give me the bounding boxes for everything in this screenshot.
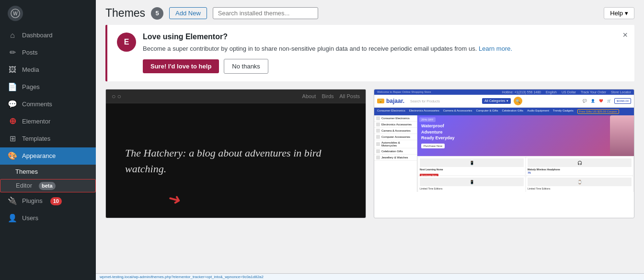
- comments-icon: 💬: [8, 100, 17, 109]
- banner-actions: Sure! I'd love to help No thanks: [143, 59, 625, 74]
- plugins-icon: 🔌: [8, 196, 17, 206]
- bajaar-category-btn: All Categories ▾: [482, 98, 511, 104]
- sidebar-item-label: Users: [22, 214, 38, 223]
- dashboard-icon: ⌂: [8, 31, 17, 40]
- sidebar-item-label: Media: [22, 66, 39, 74]
- add-new-button[interactable]: Add New: [169, 7, 207, 19]
- help-label: Help: [610, 10, 623, 17]
- appearance-icon: 🎨: [8, 151, 17, 161]
- media-icon: 🖼: [8, 65, 17, 75]
- banner-content: Love using Elementor? Become a super con…: [143, 33, 625, 74]
- bajaar-banner-title: WaterproofAdventureReady Everyday: [421, 123, 630, 141]
- sidebar-item-label: Plugins: [22, 197, 43, 205]
- bajaar-header-icons: 💬👤❤️🛒: [583, 99, 611, 103]
- theme-card-hatchery[interactable]: ○○ About Birds All Posts The Hatchery: a…: [105, 89, 366, 218]
- sidebar-item-templates[interactable]: ⊞ Templates: [0, 130, 96, 147]
- sidebar-item-label: Posts: [22, 48, 38, 57]
- bajaar-hero-banner: 25% OFF WaterproofAdventureReady Everyda…: [417, 115, 634, 156]
- bajaar-category-nav: Consumer Electronics Electronics Accesso…: [374, 108, 634, 115]
- sidebar-item-label: Pages: [22, 83, 40, 91]
- sidebar-item-dashboard[interactable]: ⌂ Dashboard: [0, 27, 96, 44]
- bajaar-product-3: 📱 Limited Time Editions: [418, 176, 525, 192]
- sidebar-item-label: Templates: [22, 134, 50, 143]
- search-input[interactable]: [213, 7, 318, 19]
- banner-title: Love using Elementor?: [143, 33, 625, 41]
- sidebar-item-pages[interactable]: 📄 Pages: [0, 78, 96, 96]
- beta-badge: beta: [39, 182, 56, 190]
- sidebar-item-label: Appearance: [22, 152, 56, 160]
- sidebar-item-label: Elementor: [22, 117, 50, 126]
- bajaar-search: Search for Products: [407, 99, 479, 104]
- bajaar-product-4: ⌚ Limited Time Editions: [526, 176, 633, 192]
- theme-card-bajaar[interactable]: Welcome to Bajaar Online Shopping Store …: [374, 89, 634, 218]
- top-right-actions: Help ▾: [604, 7, 634, 19]
- bajaar-search-icon: 🔍: [514, 97, 522, 105]
- sidebar-logo: W: [0, 0, 96, 27]
- bajaar-main-content: 25% OFF WaterproofAdventureReady Everyda…: [417, 115, 634, 192]
- bajaar-logo: 🔒bajaar.: [377, 98, 404, 104]
- themes-label: Themes: [15, 168, 38, 176]
- bajaar-total: $0096.00: [614, 98, 631, 104]
- opt-in-button[interactable]: Sure! I'd love to help: [143, 59, 219, 73]
- themes-count-badge: 5: [151, 7, 163, 20]
- sidebar-item-comments[interactable]: 💬 Comments: [0, 96, 96, 113]
- editor-label: Editor: [16, 181, 32, 190]
- sidebar-item-themes[interactable]: Themes: [0, 165, 96, 179]
- help-button[interactable]: Help ▾: [604, 7, 634, 19]
- sidebar-item-appearance[interactable]: 🎨 Appearance: [0, 147, 96, 165]
- svg-text:W: W: [13, 11, 18, 16]
- status-bar: wpmet-testing.local/wp-admin/themes.php?…: [96, 273, 644, 280]
- elementor-icon: ⊕: [8, 117, 17, 126]
- page-title: Themes: [105, 7, 145, 20]
- users-icon: 👤: [8, 213, 17, 223]
- banner-description: Become a super contributor by opting in …: [143, 44, 625, 54]
- elementor-banner: E Love using Elementor? Become a super c…: [105, 25, 634, 82]
- elementor-banner-icon: E: [117, 33, 136, 52]
- sidebar-item-posts[interactable]: ✏ Posts: [0, 44, 96, 61]
- wordpress-icon: W: [8, 6, 23, 21]
- pages-icon: 📄: [8, 82, 17, 92]
- bajaar-welcome-text: Welcome to Bajaar Online Shopping Store: [377, 90, 431, 94]
- chevron-down-icon: ▾: [625, 10, 628, 17]
- no-thanks-button[interactable]: No thanks: [224, 59, 268, 74]
- sidebar: W ⌂ Dashboard ✏ Posts 🖼 Media 📄 Pages 💬 …: [0, 0, 96, 280]
- sidebar-item-plugins[interactable]: 🔌 Plugins 10: [0, 192, 96, 210]
- bajaar-theme-preview: Welcome to Bajaar Online Shopping Store …: [374, 90, 634, 218]
- plugins-count-badge: 10: [50, 197, 62, 205]
- bajaar-sidebar: Consumer Electronics Electronics Accesso…: [374, 115, 417, 192]
- page-header: Themes 5 Add New Help ▾: [96, 0, 644, 25]
- bajaar-product-2: 🎧 Melody Wireless Headphone 75: [526, 157, 633, 175]
- close-banner-button[interactable]: ×: [622, 31, 628, 39]
- theme-text: The Hatchery: a blog about adventures in…: [106, 103, 366, 218]
- theme-nav: About Birds All Posts: [302, 93, 360, 99]
- status-url: wpmet-testing.local/wp-admin/themes.php?…: [100, 275, 264, 279]
- posts-icon: ✏: [8, 48, 17, 57]
- bajaar-purchase-btn[interactable]: Purchase Now: [421, 144, 445, 148]
- themes-grid: ○○ About Birds All Posts The Hatchery: a…: [105, 89, 634, 218]
- sidebar-item-editor[interactable]: Editor beta: [0, 179, 96, 192]
- bajaar-hero-image: [610, 115, 634, 156]
- sidebar-item-label: Dashboard: [22, 31, 53, 40]
- sidebar-item-users[interactable]: 👤 Users: [0, 210, 96, 227]
- bajaar-body: Consumer Electronics Electronics Accesso…: [374, 115, 634, 192]
- sidebar-item-media[interactable]: 🖼 Media: [0, 61, 96, 78]
- main-content: Themes 5 Add New Help ▾ E Love using Ele…: [96, 0, 644, 280]
- templates-icon: ⊞: [8, 134, 17, 144]
- bajaar-product-1: 📱 Nest Learning Home Purchase Now: [418, 157, 525, 175]
- bajaar-products-grid: 📱 Nest Learning Home Purchase Now 🎧 Melo…: [417, 156, 634, 192]
- sidebar-item-label: Comments: [22, 100, 52, 109]
- theme-description: The Hatchery: a blog about adventures in…: [125, 145, 346, 177]
- sidebar-item-elementor[interactable]: ⊕ Elementor: [0, 113, 96, 130]
- learn-more-link[interactable]: Learn more.: [479, 45, 512, 52]
- bajaar-top-nav: Hotline: +1(213) 556 1480 English US Dol…: [502, 90, 631, 94]
- theme-logo: ○○: [112, 92, 123, 100]
